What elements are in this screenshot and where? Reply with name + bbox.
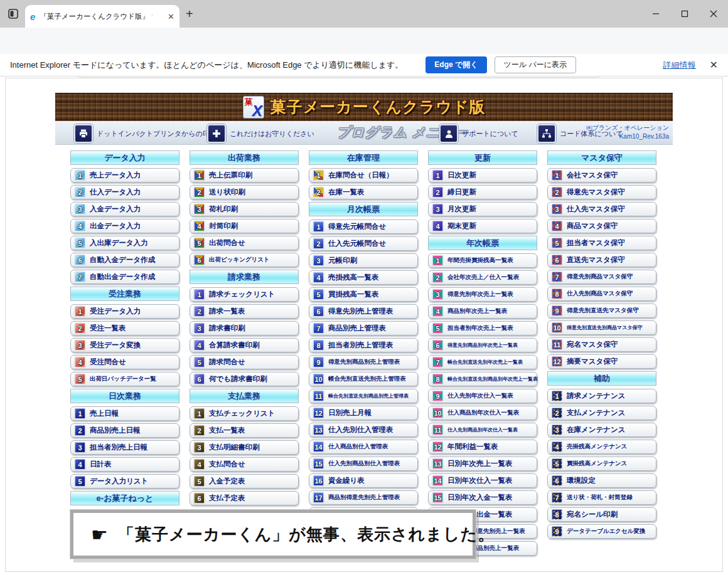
menu-button[interactable]: 6環境設定 xyxy=(547,473,656,488)
menu-button[interactable]: 6直送先マスタ保守 xyxy=(547,253,656,267)
menu-button[interactable]: 11仕入先別商品別年次仕入一覧表 xyxy=(428,423,537,437)
menu-button[interactable]: 5買掛残高一覧表 xyxy=(309,287,418,302)
menu-button[interactable]: 14日別年次仕入一覧表 xyxy=(428,473,537,488)
menu-button[interactable]: 1売上データ入力 xyxy=(70,168,179,182)
menu-button[interactable]: 4商品マスタ保守 xyxy=(547,219,656,233)
menu-button[interactable]: 12摘要マスタ保守 xyxy=(547,354,656,369)
menu-button[interactable]: 2在庫一覧表 xyxy=(309,185,418,199)
menu-button[interactable]: 7帳合先別直送先別年次売上一覧表 xyxy=(428,355,537,369)
menu-button[interactable]: 2支払メンテナンス xyxy=(547,406,656,420)
menu-button[interactable]: 5出荷日バッチデーター覧 xyxy=(70,372,179,386)
menu-button[interactable]: 3入金データ入力 xyxy=(70,202,179,216)
open-in-edge-button[interactable]: Edge で開く xyxy=(426,56,486,73)
menu-button[interactable]: 9得意先別商品別売上管理表 xyxy=(309,355,418,369)
menu-button[interactable]: 2締日更新 xyxy=(428,185,537,199)
menu-button[interactable]: 11帳合先別直送先別商品別売上管理表 xyxy=(309,389,418,403)
menu-button[interactable]: 6自動入金データ作成 xyxy=(70,253,179,267)
menu-button[interactable]: 7送り状・荷札・封筒登録 xyxy=(547,490,656,505)
menu-button[interactable]: 2送り状印刷 xyxy=(190,185,299,199)
menu-button[interactable]: 2支払一覧表 xyxy=(190,423,299,438)
menu-button[interactable]: 3荷札印刷 xyxy=(190,202,299,216)
menu-button[interactable]: 16資金繰り表 xyxy=(309,473,418,488)
menu-button[interactable]: 5入出庫データ入力 xyxy=(70,236,179,250)
menu-button[interactable]: 1請求メンテナンス xyxy=(547,389,656,403)
menu-button[interactable]: 1売上伝票印刷 xyxy=(190,168,299,182)
menu-button[interactable]: 3得意先別年次売上一覧表 xyxy=(428,287,537,302)
menu-button[interactable]: 1在庫問合せ（日報） xyxy=(309,168,418,182)
menu-button[interactable]: 9仕入先別年次仕入一覧表 xyxy=(428,389,537,403)
menu-button[interactable]: 3請求書印刷 xyxy=(190,321,299,335)
nav-item-support[interactable]: サポートについて xyxy=(439,124,518,143)
menu-button[interactable]: 4期末更新 xyxy=(428,219,537,233)
menu-button[interactable]: 1支払チェックリスト xyxy=(190,406,299,421)
menu-button[interactable]: 9データテーブルエクセル変換 xyxy=(547,524,656,539)
menu-button[interactable]: 13仕入先別仕入管理表 xyxy=(309,423,418,437)
menu-button[interactable]: 2得意先マスタ保守 xyxy=(547,185,656,199)
menu-button[interactable]: 1売上日報 xyxy=(70,406,179,421)
menu-button[interactable]: 3元帳印刷 xyxy=(309,253,418,268)
menu-button[interactable]: 7自動出金データ作成 xyxy=(70,270,179,284)
menu-button[interactable]: 8仕入先別商品マスタ保守 xyxy=(547,287,656,301)
menu-button[interactable]: 2商品別売上日報 xyxy=(70,423,179,438)
menu-button[interactable]: 1請求チェックリスト xyxy=(190,287,299,302)
tab-close-icon[interactable]: ✕ xyxy=(168,12,174,21)
menu-button[interactable]: 10仕入商品別年次仕入一覧表 xyxy=(428,406,537,420)
banner-close-icon[interactable]: ✕ xyxy=(710,59,718,71)
menu-button[interactable]: 6得意先別売上管理表 xyxy=(309,304,418,319)
menu-button[interactable]: 5入金予定表 xyxy=(190,474,299,488)
menu-button[interactable]: 4合算請求書印刷 xyxy=(190,338,299,352)
menu-button[interactable]: 2仕入データ入力 xyxy=(70,185,179,199)
menu-button[interactable]: 12日別売上月報 xyxy=(309,406,418,420)
menu-button[interactable]: 3支払明細書印刷 xyxy=(190,440,299,455)
menu-button[interactable]: 5買掛残高メンテナンス xyxy=(547,456,656,471)
menu-button[interactable]: 14仕入商品別仕入管理表 xyxy=(309,440,418,454)
menu-button[interactable]: 3担当者別売上日報 xyxy=(70,440,179,455)
menu-button[interactable]: 5請求問合せ xyxy=(190,355,299,369)
menu-button[interactable]: 4日計表 xyxy=(70,457,179,472)
menu-button[interactable]: 7商品別売上管理表 xyxy=(309,321,418,335)
menu-button[interactable]: 2仕入先元帳問合せ xyxy=(309,236,418,251)
tab-actions-icon[interactable] xyxy=(6,7,20,21)
menu-button[interactable]: 4封筒印刷 xyxy=(190,219,299,233)
menu-button[interactable]: 3受注データ変換 xyxy=(70,338,179,352)
menu-button[interactable]: 10得意先別直送先別商品マスタ保守 xyxy=(547,320,656,335)
menu-button[interactable]: 8宛名シール印刷 xyxy=(547,507,656,522)
menu-button[interactable]: 10帳合先別直送先別売上管理表 xyxy=(309,372,418,386)
menu-button[interactable]: 1年間売掛買掛残高一覧表 xyxy=(428,253,537,268)
details-link[interactable]: 詳細情報 xyxy=(663,60,696,71)
menu-button[interactable]: 5出荷問合せ xyxy=(190,236,299,250)
menu-button[interactable]: 2請求一覧表 xyxy=(190,304,299,319)
menu-button[interactable]: 4支払問合せ xyxy=(190,457,299,472)
menu-button[interactable]: 3月次更新 xyxy=(428,202,537,216)
menu-button[interactable]: 4商品別年次売上一覧表 xyxy=(428,304,537,319)
menu-button[interactable]: 5担当者別年次売上一覧表 xyxy=(428,321,537,335)
show-in-toolbar-button[interactable]: ツール バーに表示 xyxy=(495,56,576,73)
menu-button[interactable]: 6出荷ピッキングリスト xyxy=(190,253,299,267)
browser-tab[interactable]: e 『菓子メーカーくんクラウド版』 プログラ ✕ xyxy=(25,5,179,28)
menu-button[interactable]: 9得意先別直送先マスタ保守 xyxy=(547,303,656,318)
menu-button[interactable]: 6支払予定表 xyxy=(190,491,299,505)
menu-button[interactable]: 6得意先別商品別年次売上一覧表 xyxy=(428,338,537,352)
new-tab-button[interactable]: + xyxy=(186,8,193,20)
menu-button[interactable]: 4受注問合せ xyxy=(70,355,179,369)
menu-button[interactable]: 12年間利益一覧表 xyxy=(428,440,537,454)
menu-button[interactable]: 4売掛残高メンテナンス xyxy=(547,440,656,454)
menu-button[interactable]: 3仕入先マスタ保守 xyxy=(547,202,656,216)
menu-button[interactable]: 13日別年次売上一覧表 xyxy=(428,456,537,471)
minimize-button[interactable] xyxy=(641,0,670,28)
menu-button[interactable]: 11宛名マスタ保守 xyxy=(547,337,656,352)
maximize-button[interactable] xyxy=(670,0,699,28)
menu-button[interactable]: 6何でも請求書印刷 xyxy=(190,372,299,386)
menu-button[interactable]: 1会社マスタ保守 xyxy=(547,168,656,182)
menu-button[interactable]: 8帳合先別直送先別商品別年次売上一覧表 xyxy=(428,372,537,386)
menu-button[interactable]: 15仕入先別商品別仕入管理表 xyxy=(309,456,418,471)
menu-button[interactable]: 4売掛残高一覧表 xyxy=(309,270,418,285)
close-button[interactable] xyxy=(699,0,728,28)
nav-item-rules[interactable]: これだけはお守りください xyxy=(207,124,314,143)
nav-item-print[interactable]: ドットインパクトプリンタからの印刷 xyxy=(74,124,217,143)
menu-button[interactable]: 3在庫メンテナンス xyxy=(547,423,656,437)
menu-button[interactable]: 4出金データ入力 xyxy=(70,219,179,233)
menu-button[interactable]: 5担当者マスタ保守 xyxy=(547,236,656,250)
menu-button[interactable]: 2受注一覧表 xyxy=(70,321,179,335)
menu-button[interactable]: 1受注データ入力 xyxy=(70,304,179,319)
